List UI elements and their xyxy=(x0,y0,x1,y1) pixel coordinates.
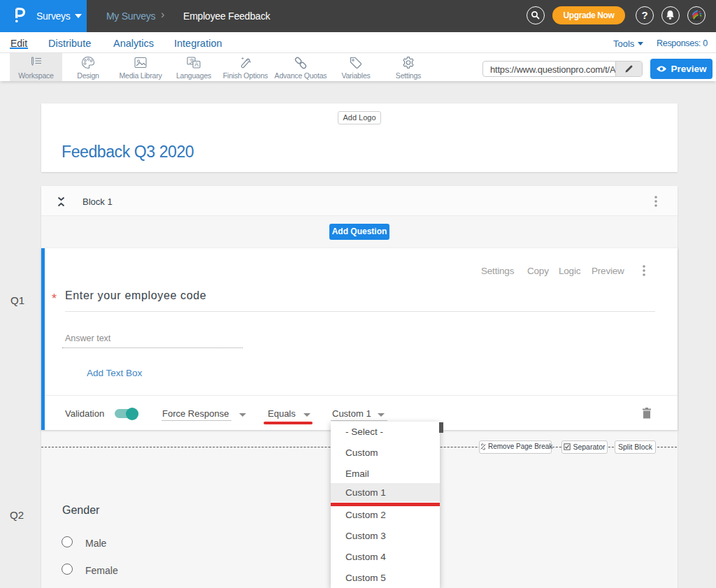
svg-text:A: A xyxy=(194,61,199,68)
